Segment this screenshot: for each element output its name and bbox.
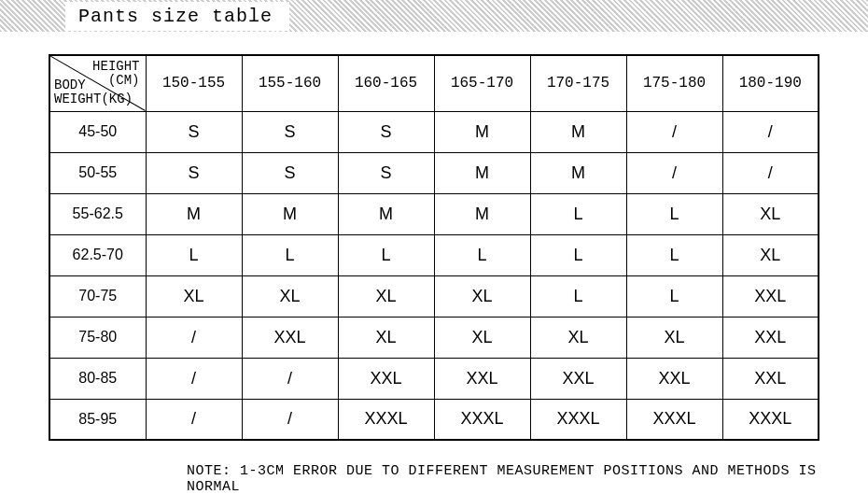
size-cell: / [626,111,722,152]
size-cell: XL [722,193,819,234]
size-cell: XXL [434,358,530,399]
row-header: 55-62.5 [49,193,146,234]
size-cell: L [626,193,722,234]
size-cell: M [530,111,626,152]
size-cell: XXL [242,317,338,358]
size-cell: L [626,234,722,275]
size-cell: L [338,234,434,275]
page-title: Pants size table [65,2,289,31]
table-body: 45-50SSSMM//50-55SSSMM//55-62.5MMMMLLXL6… [49,111,819,440]
size-cell: M [434,152,530,193]
table-row: 45-50SSSMM// [49,111,819,152]
size-cell: M [146,193,242,234]
size-cell: XL [434,317,530,358]
size-cell: M [530,152,626,193]
size-cell: XXXL [626,399,722,440]
size-cell: S [146,111,242,152]
size-cell: XXL [722,317,819,358]
size-cell: L [434,234,530,275]
size-cell: M [434,111,530,152]
col-header: 180-190 [722,55,819,111]
table-row: 62.5-70LLLLLLXL [49,234,819,275]
size-cell: XL [530,317,626,358]
header-band: Pants size table [0,0,868,32]
size-cell: XL [338,275,434,317]
col-header: 155-160 [242,55,338,111]
size-cell: L [530,193,626,234]
size-cell: / [626,152,722,193]
table-row: 85-95//XXXLXXXLXXXLXXXLXXXL [49,399,819,440]
size-cell: XXL [722,358,819,399]
footnote: NOTE: 1-3CM ERROR DUE TO DIFFERENT MEASU… [0,450,868,494]
size-cell: L [530,275,626,317]
table-row: 80-85//XXLXXLXXLXXLXXL [49,358,819,399]
size-cell: XXXL [338,399,434,440]
size-cell: XL [722,234,819,275]
size-cell: M [338,193,434,234]
size-cell: XL [242,275,338,317]
size-cell: XXL [530,358,626,399]
size-cell: S [146,152,242,193]
size-cell: L [146,234,242,275]
col-header: 175-180 [626,55,722,111]
row-header: 85-95 [49,399,146,440]
row-header: 70-75 [49,275,146,317]
table-row: 70-75XLXLXLXLLLXXL [49,275,819,317]
table-row: 55-62.5MMMMLLXL [49,193,819,234]
weight-label: WEIGHT(KG) [54,92,133,106]
size-cell: S [338,152,434,193]
size-cell: / [722,152,819,193]
corner-bottom-label: BODY WEIGHT(KG) [54,78,133,107]
size-cell: XL [338,317,434,358]
size-cell: XXXL [434,399,530,440]
size-cell: L [530,234,626,275]
body-label: BODY [54,78,86,92]
size-cell: XXL [338,358,434,399]
size-cell: XXXL [722,399,819,440]
size-cell: XXL [722,275,819,317]
row-header: 62.5-70 [49,234,146,275]
size-cell: S [242,152,338,193]
col-header: 160-165 [338,55,434,111]
table-row: 75-80/XXLXLXLXLXLXXL [49,317,819,358]
size-cell: / [722,111,819,152]
size-cell: XXXL [530,399,626,440]
table-header-row: HEIGHT (CM) BODY WEIGHT(KG) 150-155 155-… [49,55,819,111]
col-header: 150-155 [146,55,242,111]
size-cell: / [146,317,242,358]
size-cell: L [242,234,338,275]
table-container: HEIGHT (CM) BODY WEIGHT(KG) 150-155 155-… [0,32,868,450]
row-header: 45-50 [49,111,146,152]
size-cell: M [434,193,530,234]
size-cell: S [338,111,434,152]
size-cell: S [242,111,338,152]
size-cell: / [146,399,242,440]
size-cell: / [242,399,338,440]
table-row: 50-55SSSMM// [49,152,819,193]
size-cell: / [242,358,338,399]
corner-cell: HEIGHT (CM) BODY WEIGHT(KG) [49,55,146,111]
size-cell: L [626,275,722,317]
size-cell: XL [146,275,242,317]
row-header: 75-80 [49,317,146,358]
height-label: HEIGHT [92,59,139,74]
size-cell: M [242,193,338,234]
size-cell: XL [626,317,722,358]
col-header: 170-175 [530,55,626,111]
row-header: 50-55 [49,152,146,193]
size-cell: / [146,358,242,399]
size-cell: XXL [626,358,722,399]
row-header: 80-85 [49,358,146,399]
size-cell: XL [434,275,530,317]
size-table: HEIGHT (CM) BODY WEIGHT(KG) 150-155 155-… [49,54,819,441]
col-header: 165-170 [434,55,530,111]
